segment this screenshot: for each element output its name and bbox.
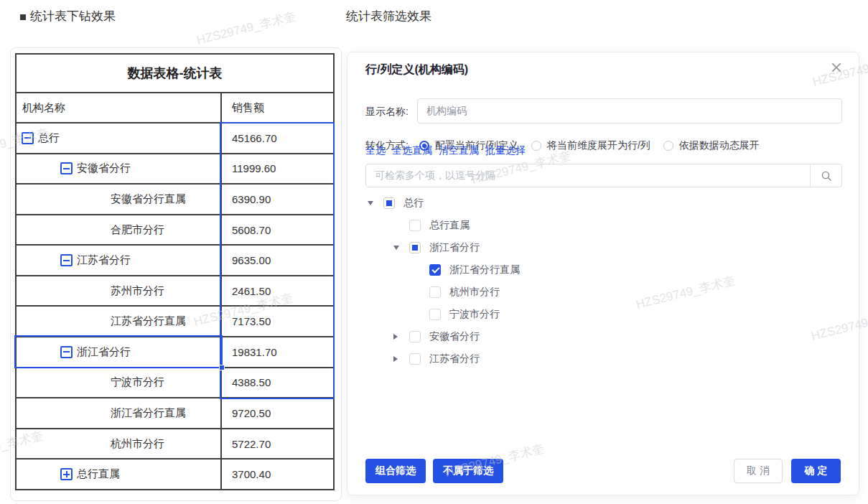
- org-cell[interactable]: 苏州市分行: [17, 276, 220, 306]
- not-in-filter-button[interactable]: 不属于筛选: [433, 459, 503, 483]
- org-tree: 总行 总行直属 浙江省分行 浙江省分行直属 杭州市分行 宁波市分行 安徽省分行: [347, 192, 859, 370]
- org-cell[interactable]: 总行: [17, 123, 220, 153]
- sales-cell[interactable]: 4388.50: [220, 368, 333, 398]
- org-cell[interactable]: 浙江省分行: [17, 337, 220, 367]
- org-cell[interactable]: 江苏省分行直属: [17, 307, 220, 336]
- sales-cell[interactable]: 6390.90: [220, 185, 333, 214]
- tree-item-ningbo[interactable]: 宁波市分行: [347, 303, 859, 325]
- collapse-icon[interactable]: [60, 162, 73, 174]
- collapse-icon[interactable]: [22, 132, 34, 144]
- tree-item-head-office-direct[interactable]: 总行直属: [347, 214, 859, 236]
- radio-off-icon[interactable]: [663, 141, 673, 151]
- selection-links: 全选 全选直属 清空直属 批量选择: [365, 144, 526, 157]
- sales-cell[interactable]: 5608.70: [220, 215, 333, 245]
- org-cell[interactable]: 合肥市分行: [17, 215, 220, 245]
- expand-icon[interactable]: [60, 468, 73, 480]
- org-cell[interactable]: 浙江省分行直属: [17, 398, 220, 428]
- display-name-label: 显示名称:: [365, 106, 409, 118]
- sales-cell[interactable]: 9720.50: [220, 398, 333, 428]
- tree-item-hangzhou[interactable]: 杭州市分行: [347, 281, 859, 303]
- org-cell[interactable]: 江苏省分行: [17, 246, 220, 275]
- caption-filter: 统计表筛选效果: [346, 8, 431, 24]
- checkbox-indeterminate-icon[interactable]: [409, 242, 421, 253]
- table-row: 江苏省分行直属 7173.50: [17, 307, 333, 337]
- org-label: 总行直属: [77, 467, 120, 481]
- sales-cell[interactable]: 9635.00: [220, 246, 333, 275]
- sales-cell[interactable]: 5722.70: [220, 429, 333, 459]
- search-input[interactable]: 可检索多个项，以逗号分隔: [365, 164, 842, 187]
- dialog-footer: 组合筛选 不属于筛选 取 消 确 定: [365, 459, 841, 483]
- sales-cell[interactable]: 19831.70: [220, 337, 333, 367]
- search-icon[interactable]: [810, 164, 841, 187]
- checkbox-empty-icon[interactable]: [429, 309, 441, 320]
- column-header-sales[interactable]: 销售额: [220, 93, 333, 122]
- org-label: 浙江省分行: [77, 345, 131, 359]
- org-cell[interactable]: 宁波市分行: [17, 368, 220, 398]
- sales-cell[interactable]: 3700.40: [220, 459, 333, 489]
- radio-dynamic-expand[interactable]: 依据数据动态展开: [663, 139, 760, 152]
- table-row: 总行直属 3700.40: [17, 459, 333, 489]
- dialog-title: 行/列定义(机构编码): [365, 62, 468, 78]
- tree-label: 浙江省分行: [429, 241, 480, 254]
- org-cell[interactable]: 杭州市分行: [17, 429, 220, 459]
- chevron-down-icon[interactable]: [393, 246, 409, 250]
- batch-select-link[interactable]: 批量选择: [485, 144, 526, 157]
- tree-item-zhejiang-direct[interactable]: 浙江省分行直属: [347, 258, 859, 281]
- table-row: 安徽省分行 11999.60: [17, 154, 333, 185]
- table-title: 数据表格-统计表: [17, 55, 333, 93]
- org-cell[interactable]: 安徽省分行: [17, 154, 220, 184]
- search-placeholder: 可检索多个项，以逗号分隔: [366, 169, 810, 182]
- sales-cell[interactable]: 2461.50: [220, 276, 333, 306]
- column-header-org[interactable]: 机构名称: [17, 93, 220, 122]
- close-icon[interactable]: [830, 61, 843, 74]
- checkbox-checked-icon[interactable]: [429, 264, 441, 276]
- org-cell[interactable]: 总行直属: [17, 459, 220, 489]
- tree-label: 浙江省分行直属: [449, 263, 520, 276]
- checkbox-indeterminate-icon[interactable]: [383, 197, 395, 209]
- select-all-direct-link[interactable]: 全选直属: [392, 144, 432, 157]
- tree-item-head-office[interactable]: 总行: [347, 192, 859, 214]
- tree-item-jiangsu[interactable]: 江苏省分行: [347, 347, 859, 370]
- chevron-right-icon[interactable]: [393, 356, 409, 362]
- tree-label: 杭州市分行: [449, 286, 500, 299]
- radio-label: 依据数据动态展开: [679, 139, 760, 152]
- org-label: 安徽省分行: [77, 162, 131, 175]
- sales-cell[interactable]: 11999.60: [220, 154, 333, 184]
- checkbox-empty-icon[interactable]: [429, 286, 441, 298]
- radio-label: 将当前维度展开为行/列: [547, 139, 650, 152]
- checkbox-empty-icon[interactable]: [409, 331, 421, 342]
- chevron-down-icon[interactable]: [368, 201, 383, 205]
- tree-label: 总行直属: [429, 219, 470, 232]
- clear-direct-link[interactable]: 清空直属: [439, 144, 479, 157]
- select-all-link[interactable]: 全选: [365, 144, 386, 157]
- tree-item-anhui[interactable]: 安徽省分行: [347, 325, 859, 347]
- checkbox-empty-icon[interactable]: [409, 353, 421, 365]
- table-row: 安徽省分行直属 6390.90: [17, 185, 333, 215]
- tree-item-zhejiang[interactable]: 浙江省分行: [347, 236, 859, 258]
- radio-expand-dimension[interactable]: 将当前维度展开为行/列: [531, 139, 650, 152]
- org-label: 总行: [38, 131, 60, 145]
- tree-label: 总行: [403, 197, 424, 210]
- sales-cell[interactable]: 45166.70: [220, 123, 333, 153]
- watermark: HZS29749_李术奎: [195, 8, 297, 49]
- table-row: 宁波市分行 4388.50: [17, 368, 333, 399]
- radio-off-icon[interactable]: [531, 141, 541, 151]
- cancel-button[interactable]: 取 消: [734, 459, 783, 483]
- statistics-table: 数据表格-统计表 机构名称 销售额 总行 45166.70 安徽省分行 1199…: [15, 53, 335, 490]
- collapse-icon[interactable]: [60, 254, 73, 266]
- collapse-icon[interactable]: [60, 346, 73, 358]
- combine-filter-button[interactable]: 组合筛选: [365, 459, 426, 483]
- tree-label: 江苏省分行: [429, 353, 480, 365]
- ok-button[interactable]: 确 定: [791, 459, 841, 483]
- org-cell[interactable]: 安徽省分行直属: [17, 185, 220, 214]
- bullet-icon: [20, 14, 26, 20]
- table-row: 浙江省分行直属 9720.50: [17, 398, 333, 429]
- tree-label: 宁波市分行: [449, 308, 500, 321]
- chevron-right-icon[interactable]: [393, 334, 409, 340]
- row-column-define-dialog: 行/列定义(机构编码) 转化方式: 配置当前行/列定义 将当前维度展开为行/列 …: [347, 52, 859, 495]
- caption-drilldown: 统计表下钻效果: [30, 8, 116, 24]
- display-name-input[interactable]: 机构编码: [417, 98, 842, 123]
- fill-handle[interactable]: [219, 365, 225, 370]
- checkbox-empty-icon[interactable]: [409, 220, 421, 231]
- sales-cell[interactable]: 7173.50: [220, 307, 333, 336]
